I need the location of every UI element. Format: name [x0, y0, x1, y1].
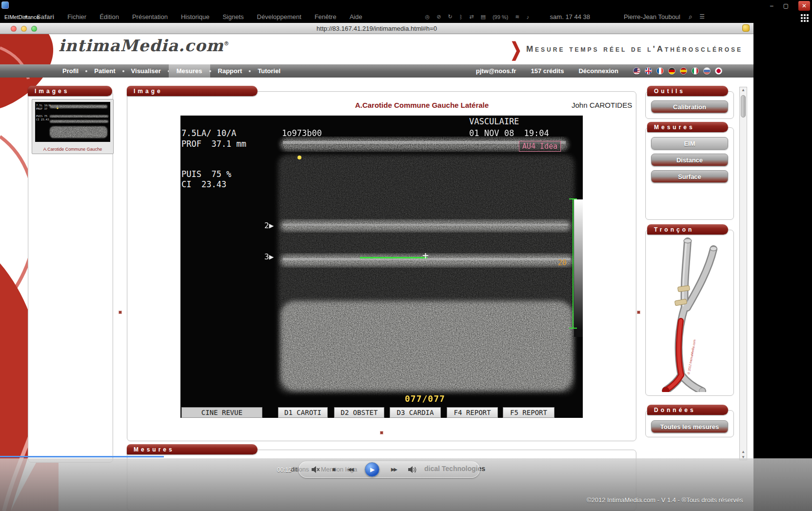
- close-button[interactable]: ✕: [798, 1, 810, 11]
- screen: EIMetDistance – ▢ ✕ ● Safari Fichier Édi…: [0, 0, 812, 511]
- ultrasound-image[interactable]: VASCULAIRE 7.5LA/ 10/A 1o973b00 01 NOV 0…: [180, 116, 583, 418]
- credits-label[interactable]: 157 crédits: [531, 67, 564, 75]
- measurement-line[interactable]: [360, 257, 427, 258]
- wifi-icon[interactable]: ≋: [515, 14, 519, 20]
- menu-signets[interactable]: Signets: [222, 13, 243, 20]
- nav-profil[interactable]: Profil: [55, 64, 86, 78]
- download-badge-icon[interactable]: [742, 24, 750, 32]
- thumb-overlay-2: PROF 37: [36, 107, 47, 110]
- nav-items: Profil Patient Visualiser Mesures Rappor…: [55, 64, 288, 78]
- account-email[interactable]: pjtw@noos.fr: [476, 67, 516, 75]
- tools-panel-header: Outils: [647, 86, 728, 96]
- nav-visualiser[interactable]: Visualiser: [123, 64, 169, 78]
- all-measures-button[interactable]: Toutes les mesures: [651, 420, 728, 433]
- surface-button[interactable]: Surface: [651, 170, 728, 183]
- menu-items: Safari Fichier Édition Présentation Hist…: [37, 13, 362, 20]
- video-controls: ■ ◀◀ ▶ ▶▶: [298, 461, 480, 478]
- softkey-obstet[interactable]: D2 OBSTET: [334, 407, 384, 418]
- menu-developpement[interactable]: Développement: [257, 13, 301, 20]
- flag-fr-icon[interactable]: [656, 67, 664, 75]
- browser-titlebar: http://83.167.41.219/intimamedia.html#h=…: [0, 23, 753, 34]
- scroll-up-icon[interactable]: ▲: [740, 88, 747, 92]
- softkey-cardia[interactable]: D3 CARDIA: [390, 407, 441, 418]
- nav-patient[interactable]: Patient: [86, 64, 123, 78]
- maximize-button[interactable]: ▢: [783, 2, 789, 9]
- panel-resize-handle-bottom[interactable]: [380, 431, 383, 434]
- image-panel-header: Image: [127, 86, 257, 96]
- play-button[interactable]: ▶: [365, 462, 379, 477]
- menubar-user[interactable]: Pierre-Jean Touboul: [624, 13, 680, 20]
- panel-resize-handle-left[interactable]: [119, 311, 122, 314]
- minimize-button[interactable]: –: [770, 2, 773, 9]
- grid-icon[interactable]: [800, 14, 809, 22]
- us-id-label: 1o973b00: [282, 128, 322, 138]
- dnd-icon[interactable]: ⊘: [436, 14, 441, 20]
- flag-jp-icon[interactable]: [715, 67, 722, 75]
- nav-rapport[interactable]: Rapport: [210, 64, 250, 78]
- frame-counter: 077/077: [405, 393, 445, 404]
- stop-button[interactable]: ■: [332, 467, 336, 472]
- display-icon[interactable]: ▤: [480, 14, 485, 20]
- bluetooth-icon[interactable]: ᛒ: [459, 14, 463, 20]
- language-flags: [633, 67, 722, 75]
- panel-resize-handle-right[interactable]: [637, 311, 640, 314]
- forward-button[interactable]: ▶▶: [391, 467, 396, 472]
- scrollbar-thumb[interactable]: [741, 95, 746, 118]
- flag-uk-icon[interactable]: [645, 67, 652, 75]
- app-icon: [1, 1, 9, 9]
- scroll-up2-icon[interactable]: ▲: [740, 450, 747, 454]
- volume-icon[interactable]: ♪: [527, 14, 530, 20]
- notification-icon[interactable]: ☰: [699, 13, 705, 20]
- input-icon[interactable]: ⇄: [469, 14, 474, 20]
- timemachine-icon[interactable]: ↻: [448, 14, 452, 20]
- menu-edition[interactable]: Édition: [99, 13, 119, 20]
- softkey-report-f4[interactable]: F4 REPORT: [447, 407, 498, 418]
- eim-button[interactable]: EIM: [651, 137, 728, 150]
- artery-diagram[interactable]: © 2012 IntimaMedia.com: [649, 235, 731, 392]
- flag-us-icon[interactable]: [633, 67, 640, 75]
- menu-historique[interactable]: Historique: [181, 13, 210, 20]
- softkey-report-f5[interactable]: F5 REPORT: [503, 407, 555, 418]
- flag-it-icon[interactable]: [692, 67, 699, 75]
- menu-fenetre[interactable]: Fenêtre: [315, 13, 337, 20]
- sync-icon[interactable]: ◎: [425, 14, 430, 20]
- us-preset-badge: AU4 Idea: [519, 141, 561, 152]
- address-bar[interactable]: http://83.167.41.219/intimamedia.html#h=…: [0, 25, 753, 32]
- menubar-clock[interactable]: sam. 17 44 38: [550, 13, 590, 20]
- us-ci-label: CI 23.43: [181, 179, 226, 189]
- softkey-cine-revue[interactable]: CINE REVUE: [181, 407, 262, 418]
- measurement-cursor[interactable]: +: [422, 249, 429, 261]
- thumbnail-image[interactable]: 7.5L 10/A PROF 37 PUIS 75 CI 23.43: [35, 102, 110, 142]
- nav-tutoriel[interactable]: Tutoriel: [250, 64, 288, 78]
- volume-speaker-icon[interactable]: [408, 466, 418, 473]
- depth-scale-label: 20: [558, 258, 567, 267]
- rewind-button[interactable]: ◀◀: [347, 467, 353, 472]
- menu-presentation[interactable]: Présentation: [132, 13, 168, 20]
- flag-ru-icon[interactable]: [703, 67, 711, 75]
- logout-link[interactable]: Déconnexion: [578, 67, 618, 75]
- video-control-bar: ditions Mention léga dical Technologies …: [0, 458, 812, 511]
- calibration-button[interactable]: Calibration: [651, 100, 728, 113]
- distance-button[interactable]: Distance: [651, 154, 728, 166]
- mute-icon[interactable]: [312, 466, 320, 473]
- softkey-caroti[interactable]: D1 CAROTI: [278, 407, 328, 418]
- flag-de-icon[interactable]: [668, 67, 675, 75]
- bottom-measures-header: Mesures: [127, 444, 257, 454]
- us-probe-label: 7.5LA/ 10/A: [181, 128, 237, 138]
- flag-es-icon[interactable]: [680, 67, 687, 75]
- copyright-text: ©2012 IntimaMedia.com - V 1.4 - ®Tous dr…: [587, 496, 743, 504]
- site-logo-text: intimaMedia.com: [59, 36, 224, 55]
- spotlight-icon[interactable]: ⌕: [689, 13, 693, 21]
- nav-mesures[interactable]: Mesures: [169, 64, 210, 78]
- menu-fichier[interactable]: Fichier: [67, 13, 86, 20]
- progress-line: [0, 456, 164, 457]
- site-logo[interactable]: intimaMedia.com®: [59, 36, 230, 55]
- ultrasound-speckle: [180, 116, 583, 418]
- us-depth-label: PROF 37.1 mm: [181, 139, 246, 149]
- scrollbar[interactable]: ▲ ▲ ▼: [739, 87, 747, 460]
- video-time: 00:12: [277, 467, 292, 473]
- app-title: EIMetDistance: [4, 14, 40, 20]
- images-panel-header: Images: [28, 86, 112, 96]
- menu-aide[interactable]: Aide: [350, 13, 362, 20]
- thumbnail-card[interactable]: 7.5L 10/A PROF 37 PUIS 75 CI 23.43 A.Car…: [32, 99, 114, 154]
